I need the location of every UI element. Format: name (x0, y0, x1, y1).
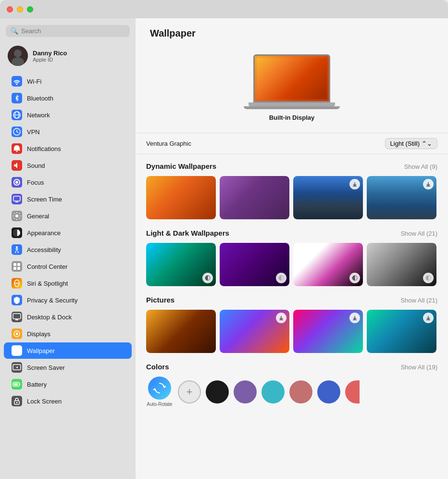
color-swatch-purple[interactable] (234, 380, 257, 403)
lightdark-thumb-4[interactable] (367, 243, 436, 286)
svg-point-28 (16, 402, 18, 403)
sidebar-item-privacy[interactable]: Privacy & Security (4, 292, 132, 308)
svg-point-20 (16, 333, 18, 335)
pictures-wallpaper-grid (146, 310, 437, 353)
sidebar-label-siri: Siri & Spotlight (27, 280, 68, 287)
sidebar-item-siri[interactable]: Siri & Spotlight (4, 275, 132, 291)
color-swatches: Auto-Rotate + (146, 377, 437, 407)
page-title: Wallpaper (136, 18, 448, 45)
sidebar-item-controlcenter[interactable]: Control Center (4, 258, 132, 275)
wallpaper-style-label: Light (Still) (390, 140, 420, 147)
maximize-button[interactable] (27, 6, 33, 13)
sidebar-item-battery[interactable]: Battery (4, 376, 132, 392)
colors-section: Colors Show All (19) Auto-Rotate (136, 363, 448, 416)
search-icon: 🔍 (11, 27, 18, 35)
wallpaper-icon (12, 345, 22, 356)
desktop-icon (12, 312, 22, 322)
picture-thumb-2[interactable] (220, 310, 289, 353)
dynamic-show-all[interactable]: Show All (9) (404, 163, 437, 170)
color-swatch-teal[interactable] (261, 380, 285, 403)
sidebar-label-general: General (27, 213, 49, 220)
accessibility-icon (12, 244, 22, 255)
dynamic-thumb-4[interactable] (367, 176, 436, 219)
picture-thumb-1[interactable] (146, 310, 216, 353)
minimize-button[interactable] (17, 6, 23, 13)
search-input[interactable] (21, 27, 125, 35)
displays-icon (12, 328, 22, 339)
lightdark-thumb-1[interactable] (146, 243, 216, 286)
picture-thumb-4[interactable] (367, 310, 436, 353)
sidebar-item-lockscreen[interactable]: Lock Screen (4, 393, 132, 409)
sidebar-item-sound[interactable]: Sound (4, 157, 132, 174)
lightdark-thumb-2[interactable] (220, 243, 289, 286)
sidebar-item-screensaver[interactable]: Screen Saver (4, 359, 132, 376)
sidebar-label-controlcenter: Control Center (27, 263, 68, 270)
wallpaper-style-select[interactable]: Light (Still) ⌃⌄ (385, 138, 437, 149)
laptop-base (249, 102, 335, 106)
sidebar-item-screentime[interactable]: Screen Time (4, 191, 132, 207)
sidebar-item-notifications[interactable]: Notifications (4, 140, 132, 157)
sidebar: 🔍 Danny Rico Apple ID (0, 18, 136, 479)
siri-icon (12, 278, 22, 289)
dynamic-thumb-1[interactable] (146, 176, 216, 219)
sidebar-item-desktop[interactable]: Desktop & Dock (4, 309, 132, 325)
lightdark-show-all[interactable]: Show All (21) (400, 230, 437, 237)
sidebar-item-general[interactable]: General (4, 208, 132, 224)
main-content: Wallpaper Built-in Display Ventura Graph… (136, 18, 448, 479)
dynamic-thumb-2[interactable] (220, 176, 289, 219)
sidebar-label-appearance: Appearance (27, 229, 61, 237)
sound-icon (12, 160, 22, 171)
sidebar-label-sound: Sound (27, 162, 45, 169)
close-button[interactable] (7, 6, 13, 13)
sidebar-item-vpn[interactable]: VPN (4, 124, 132, 140)
sidebar-item-displays[interactable]: Displays (4, 326, 132, 342)
sidebar-label-accessibility: Accessibility (27, 246, 61, 253)
auto-rotate-label: Auto-Rotate (147, 402, 172, 407)
color-swatch-black[interactable] (206, 380, 229, 403)
laptop-screen (253, 54, 330, 102)
appearance-icon (12, 227, 22, 238)
dynamic-section-header: Dynamic Wallpapers Show All (9) (146, 162, 437, 170)
sidebar-item-appearance[interactable]: Appearance (4, 225, 132, 241)
svg-rect-21 (13, 347, 20, 354)
user-name: Danny Rico (33, 50, 67, 57)
colors-show-all[interactable]: Show All (19) (400, 364, 437, 371)
sidebar-item-bluetooth[interactable]: Bluetooth (4, 90, 132, 106)
sidebar-label-screensaver: Screen Saver (27, 364, 65, 371)
sidebar-label-vpn: VPN (27, 128, 40, 136)
auto-rotate-button[interactable]: Auto-Rotate (146, 377, 173, 407)
lockscreen-icon (12, 396, 22, 406)
titlebar (0, 0, 448, 18)
focus-icon (12, 177, 22, 188)
settings-bar: Ventura Graphic Light (Still) ⌃⌄ (136, 133, 448, 154)
sidebar-item-focus[interactable]: Focus (4, 174, 132, 190)
lightdark-section-header: Light & Dark Wallpapers Show All (21) (146, 229, 437, 237)
colors-section-title: Colors (146, 363, 169, 371)
color-swatch-rose[interactable] (289, 380, 312, 403)
lightdark-thumb-3[interactable] (293, 243, 363, 286)
sidebar-item-network[interactable]: Network (4, 107, 132, 123)
download-badge-4 (423, 179, 434, 189)
auto-rotate-icon (148, 377, 171, 400)
add-color-button[interactable]: + (178, 380, 201, 403)
sidebar-label-bluetooth: Bluetooth (27, 95, 53, 102)
sidebar-label-wallpaper: Wallpaper (27, 347, 55, 354)
svg-point-10 (16, 246, 18, 248)
pictures-section-title: Pictures (146, 296, 174, 304)
sidebar-item-wifi[interactable]: Wi-Fi (4, 73, 132, 89)
pictures-section: Pictures Show All (21) (136, 296, 448, 363)
laptop-preview (244, 54, 340, 109)
color-swatch-blue[interactable] (317, 380, 340, 403)
bluetooth-icon (12, 93, 22, 103)
user-profile[interactable]: Danny Rico Apple ID (0, 42, 136, 70)
color-swatch-partial (345, 380, 360, 403)
svg-rect-25 (19, 383, 20, 385)
sidebar-item-accessibility[interactable]: Accessibility (4, 241, 132, 258)
picture-thumb-3[interactable] (293, 310, 363, 353)
lightdark-wallpaper-grid (146, 243, 437, 286)
search-bar[interactable]: 🔍 (6, 25, 130, 37)
sidebar-label-lockscreen: Lock Screen (27, 398, 62, 405)
dynamic-thumb-3[interactable] (293, 176, 363, 219)
pictures-show-all[interactable]: Show All (21) (400, 297, 437, 304)
sidebar-item-wallpaper[interactable]: Wallpaper (4, 342, 132, 359)
